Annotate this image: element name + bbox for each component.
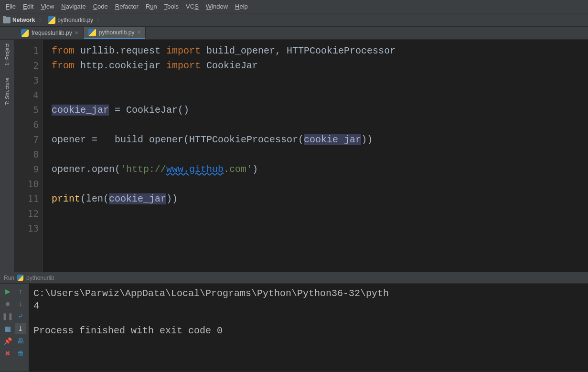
menu-run[interactable]: Run xyxy=(143,2,160,11)
code-text: (len( xyxy=(80,193,109,204)
layout-button[interactable]: ▦ xyxy=(2,323,13,334)
code-area[interactable]: from urllib.request import build_opener,… xyxy=(43,40,588,272)
editor[interactable]: 1 2 3 4 5 6 7 8 9 10 11 12 13 from urlli… xyxy=(14,40,588,272)
code-text: )) xyxy=(166,193,178,204)
keyword: import xyxy=(166,60,201,71)
code-text: opener.open( xyxy=(52,164,120,175)
code-text: build_opener, HTTPCookieProcessor xyxy=(201,45,396,56)
chevron-right-icon: 〉 xyxy=(37,16,46,23)
print-button[interactable]: 🖶 xyxy=(15,335,26,347)
rerun-button[interactable]: ▶ xyxy=(2,286,13,297)
line-number: 10 xyxy=(14,177,39,191)
line-number: 7 xyxy=(14,132,39,147)
keyword: from xyxy=(52,45,75,56)
pause-button[interactable]: ❚❚ xyxy=(2,310,13,322)
trash-button[interactable]: 🗑 xyxy=(15,348,26,359)
line-number: 5 xyxy=(14,103,39,117)
python-file-icon xyxy=(21,29,29,37)
console-line: Process finished with exit code 0 xyxy=(33,325,223,336)
highlighted-var: cookie_jar xyxy=(52,105,109,116)
folder-icon xyxy=(3,17,11,23)
nav-bar: Network 〉 pythonurlib.py 〉 xyxy=(0,13,588,27)
menu-vcs[interactable]: VCS xyxy=(183,2,202,11)
string-link: www.github xyxy=(166,164,224,175)
code-text: = CookieJar() xyxy=(109,105,189,116)
line-number: 9 xyxy=(14,162,39,177)
soft-wrap-button[interactable]: ⤶ xyxy=(15,310,26,322)
python-file-icon xyxy=(48,16,55,24)
tool-window-project[interactable]: 1: Project xyxy=(4,43,10,65)
down-button[interactable]: ↓ xyxy=(15,298,26,309)
scroll-to-end-button[interactable]: ⤓ xyxy=(15,323,26,334)
python-file-icon xyxy=(17,275,23,281)
project-label: 1: Project xyxy=(4,43,10,65)
run-toolbar: ▶ ↑ ■ ↓ ❚❚ ⤶ ▦ ⤓ 📌 🖶 ✖ 🗑 xyxy=(0,284,29,372)
tab-label: pythonurlib.py xyxy=(99,29,135,36)
line-number: 2 xyxy=(14,58,39,73)
menu-window[interactable]: Window xyxy=(203,2,231,11)
line-number: 13 xyxy=(14,221,39,236)
keyword: from xyxy=(52,60,75,71)
close-icon[interactable]: × xyxy=(137,29,140,36)
run-header: Run pythonurlib xyxy=(0,272,588,284)
run-panel: Run pythonurlib ▶ ↑ ■ ↓ ❚❚ ⤶ ▦ ⤓ 📌 🖶 ✖ 🗑… xyxy=(0,272,588,372)
close-icon[interactable]: × xyxy=(75,30,78,36)
builtin: print xyxy=(52,193,80,204)
python-file-icon xyxy=(88,29,96,36)
line-number: 8 xyxy=(14,147,39,162)
left-sidebar: 1: Project 7: Structure xyxy=(0,40,14,272)
menu-file[interactable]: File xyxy=(3,2,19,11)
chevron-right-icon: 〉 xyxy=(95,16,104,23)
menu-refactor[interactable]: Refactor xyxy=(112,2,141,11)
code-text: opener = build_opener(HTTPCookieProcesso… xyxy=(52,134,304,145)
console-output[interactable]: C:\Users\Parwiz\AppData\Local\Programs\P… xyxy=(29,284,588,372)
line-number: 12 xyxy=(14,206,39,221)
line-number: 11 xyxy=(14,191,39,206)
stop-button[interactable]: ■ xyxy=(2,298,13,309)
breadcrumb-root[interactable]: Network xyxy=(12,17,35,23)
tab-pythonurlib[interactable]: pythonurlib.py × xyxy=(84,27,146,39)
tab-label: frequesturllib.py xyxy=(32,30,72,36)
menu-edit[interactable]: Edit xyxy=(20,2,36,11)
main-area: 1: Project 7: Structure 1 2 3 4 5 6 7 8 … xyxy=(0,40,588,272)
menu-code[interactable]: Code xyxy=(90,2,111,11)
keyword: import xyxy=(166,45,201,56)
line-number: 1 xyxy=(14,43,39,58)
code-text: ) xyxy=(252,164,258,175)
run-title: Run xyxy=(4,275,14,281)
string: 'http:// xyxy=(120,164,166,175)
code-text: CookieJar xyxy=(201,60,258,71)
line-number: 3 xyxy=(14,73,39,88)
tab-frequesturllib[interactable]: frequesturllib.py × xyxy=(16,27,84,39)
line-number: 4 xyxy=(14,88,39,103)
menu-tools[interactable]: Tools xyxy=(161,2,182,11)
breadcrumb: Network 〉 pythonurlib.py 〉 xyxy=(3,16,104,24)
pin-button[interactable]: 📌 xyxy=(2,335,13,347)
editor-tabs: frequesturllib.py × pythonurlib.py × xyxy=(0,27,588,40)
run-body: ▶ ↑ ■ ↓ ❚❚ ⤶ ▦ ⤓ 📌 🖶 ✖ 🗑 C:\Users\Parwiz… xyxy=(0,284,588,372)
up-button[interactable]: ↑ xyxy=(15,286,26,297)
menu-view[interactable]: View xyxy=(38,2,57,11)
code-text: )) xyxy=(361,134,373,145)
string: .com' xyxy=(224,164,252,175)
console-line: 4 xyxy=(33,300,39,311)
structure-label: 7: Structure xyxy=(4,78,10,105)
breadcrumb-file[interactable]: pythonurlib.py xyxy=(57,17,93,23)
highlighted-var: cookie_jar xyxy=(109,193,166,204)
menu-navigate[interactable]: Navigate xyxy=(58,2,88,11)
gutter: 1 2 3 4 5 6 7 8 9 10 11 12 13 xyxy=(14,40,43,272)
tool-window-structure[interactable]: 7: Structure xyxy=(4,78,10,105)
code-text: http.cookiejar xyxy=(75,60,166,71)
menu-bar: File Edit View Navigate Code Refactor Ru… xyxy=(0,0,588,13)
run-config-name: pythonurlib xyxy=(26,275,54,281)
line-number: 6 xyxy=(14,117,39,132)
code-text: urllib.request xyxy=(75,45,166,56)
menu-help[interactable]: Help xyxy=(232,2,251,11)
close-button[interactable]: ✖ xyxy=(2,348,13,359)
console-line: C:\Users\Parwiz\AppData\Local\Programs\P… xyxy=(33,288,389,299)
highlighted-var: cookie_jar xyxy=(304,134,361,145)
